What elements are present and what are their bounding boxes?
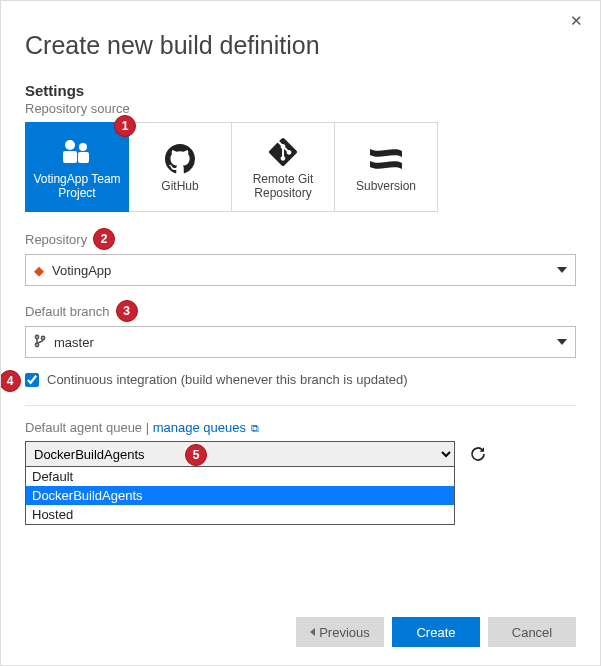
queue-label-row: Default agent queue | manage queues ⧉	[25, 420, 576, 435]
git-icon	[268, 134, 298, 170]
svg-point-6	[41, 336, 44, 339]
chevron-left-icon	[310, 628, 315, 636]
svg-point-1	[79, 143, 87, 151]
callout-2: 2	[93, 228, 115, 250]
github-icon	[165, 141, 195, 177]
ci-checkbox[interactable]	[25, 373, 39, 387]
repository-value: VotingApp	[52, 263, 111, 278]
svg-rect-2	[63, 151, 77, 163]
branch-dropdown[interactable]: master	[25, 326, 576, 358]
queue-option-dockerbuildagents[interactable]: DockerBuildAgents	[26, 486, 454, 505]
dialog-title: Create new build definition	[25, 31, 576, 60]
manage-queues-link[interactable]: manage queues ⧉	[153, 420, 259, 435]
divider	[25, 405, 576, 406]
repository-label: Repository 2	[25, 228, 576, 250]
svg-rect-3	[78, 152, 89, 163]
callout-4: 4	[0, 370, 21, 392]
callout-3: 3	[116, 300, 138, 322]
repo-source-tiles: 1 VotingApp Team Project GitHub Remote G…	[25, 122, 576, 212]
repo-source-team-project[interactable]: 1 VotingApp Team Project	[25, 122, 129, 212]
refresh-icon[interactable]	[467, 443, 489, 465]
cancel-button[interactable]: Cancel	[488, 617, 576, 647]
repository-dropdown[interactable]: ◆ VotingApp	[25, 254, 576, 286]
callout-5: 5	[185, 444, 207, 466]
branch-icon	[34, 334, 46, 351]
repo-source-label-3: Subversion	[356, 180, 416, 194]
svg-point-0	[65, 140, 75, 150]
previous-button[interactable]: Previous	[296, 617, 384, 647]
settings-heading: Settings	[25, 82, 576, 99]
create-button[interactable]: Create	[392, 617, 480, 647]
git-repo-icon: ◆	[34, 263, 44, 278]
repo-source-github[interactable]: GitHub	[128, 122, 232, 212]
chevron-down-icon	[557, 267, 567, 273]
queue-option-hosted[interactable]: Hosted	[26, 505, 454, 524]
queue-label: Default agent queue	[25, 420, 142, 435]
queue-option-default[interactable]: Default	[26, 467, 454, 486]
repo-source-label-0: VotingApp Team Project	[30, 173, 124, 201]
agent-queue-listbox: Default DockerBuildAgents Hosted	[25, 467, 455, 525]
ci-label: Continuous integration (build whenever t…	[47, 372, 408, 387]
close-icon[interactable]: ✕	[566, 11, 586, 31]
svg-point-5	[35, 343, 38, 346]
repo-source-subversion[interactable]: Subversion	[334, 122, 438, 212]
external-link-icon: ⧉	[248, 422, 259, 434]
chevron-down-icon	[557, 339, 567, 345]
branch-label: Default branch 3	[25, 300, 576, 322]
repository-label-text: Repository	[25, 232, 87, 247]
subversion-icon	[369, 141, 403, 177]
agent-queue-select[interactable]: DockerBuildAgents	[25, 441, 455, 467]
dialog-footer: Previous Create Cancel	[296, 617, 576, 647]
branch-value: master	[54, 335, 94, 350]
branch-label-text: Default branch	[25, 304, 110, 319]
repo-source-remote-git[interactable]: Remote Git Repository	[231, 122, 335, 212]
svg-point-4	[35, 335, 38, 338]
team-project-icon	[58, 134, 96, 170]
repo-source-label: Repository source	[25, 101, 576, 116]
repo-source-label-1: GitHub	[161, 180, 198, 194]
callout-1: 1	[114, 115, 136, 137]
repo-source-label-2: Remote Git Repository	[236, 173, 330, 201]
